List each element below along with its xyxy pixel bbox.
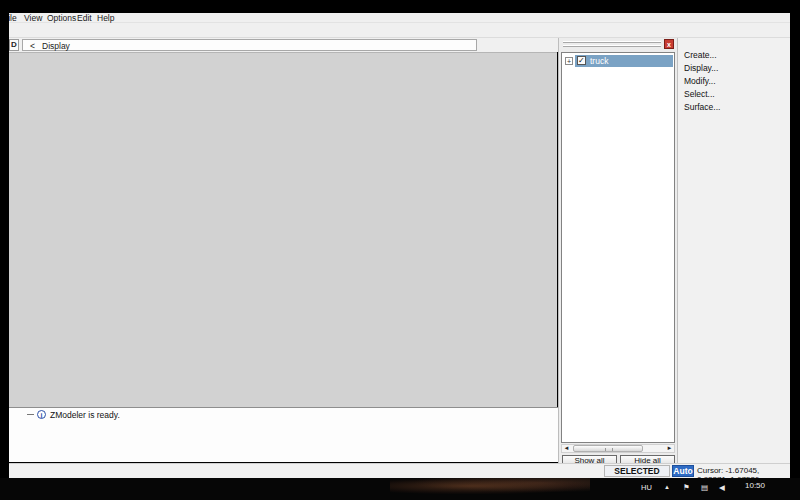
scene-tree-panel: x + truck ◄ ► Show all Hide all bbox=[558, 38, 677, 466]
tree-hscrollbar[interactable]: ◄ ► bbox=[561, 444, 675, 453]
tray-flag-icon[interactable]: ⚑ bbox=[683, 483, 690, 492]
screen: File View Options Edit Help D < Display … bbox=[0, 0, 800, 500]
clock[interactable]: 10:50 bbox=[745, 481, 765, 490]
tree-row-truck[interactable]: + truck bbox=[563, 55, 673, 67]
screen-border-left bbox=[0, 0, 9, 478]
ctx-create[interactable]: Create... bbox=[684, 50, 717, 62]
visibility-checkbox[interactable] bbox=[577, 56, 586, 65]
tree-item-label: truck bbox=[590, 56, 608, 66]
taskbar-glass-smear bbox=[390, 478, 590, 494]
status-bar: SELECTED MODE Auto Cursor: -1.67045, 0.9… bbox=[9, 463, 790, 478]
main-toolbar bbox=[9, 23, 790, 38]
menu-edit[interactable]: Edit bbox=[77, 13, 92, 23]
log-tree-dash bbox=[27, 414, 34, 415]
windows-taskbar: HU ▲ ⚑ ▤ ◀ 10:50 bbox=[0, 478, 800, 500]
menu-view[interactable]: View bbox=[24, 13, 42, 23]
mode-indicator: SELECTED MODE bbox=[604, 465, 670, 477]
scroll-right-arrow[interactable]: ► bbox=[665, 445, 674, 452]
scroll-thumb[interactable] bbox=[573, 445, 643, 452]
history-d-button[interactable]: D bbox=[9, 39, 19, 51]
ctx-surface[interactable]: Surface... bbox=[684, 102, 720, 114]
tree-panel-header[interactable]: x bbox=[559, 38, 678, 51]
ctx-modify[interactable]: Modify... bbox=[684, 76, 716, 88]
ctx-select[interactable]: Select... bbox=[684, 89, 715, 101]
context-menu-panel: Create... Display... Modify... Select...… bbox=[677, 38, 790, 466]
log-message: ZModeler is ready. bbox=[50, 410, 120, 420]
screen-border-right bbox=[790, 0, 800, 478]
tray-up-arrow-icon[interactable]: ▲ bbox=[664, 484, 670, 490]
expand-icon[interactable]: + bbox=[565, 57, 573, 65]
scene-tree[interactable]: + truck bbox=[561, 52, 675, 443]
menu-help[interactable]: Help bbox=[97, 13, 114, 23]
command-history-value: Display bbox=[42, 41, 70, 51]
menu-bar: File View Options Edit Help bbox=[9, 13, 790, 23]
viewport-3d[interactable] bbox=[9, 52, 557, 407]
language-indicator[interactable]: HU bbox=[641, 483, 652, 492]
info-icon: i bbox=[37, 410, 46, 419]
tray-volume-icon[interactable]: ◀ bbox=[719, 483, 725, 492]
back-arrow: < bbox=[30, 41, 35, 51]
menu-options[interactable]: Options bbox=[47, 13, 76, 23]
panel-gripper bbox=[563, 45, 661, 47]
scroll-left-arrow[interactable]: ◄ bbox=[562, 445, 571, 452]
screen-border-top bbox=[0, 0, 800, 7]
command-history-field[interactable]: < Display bbox=[22, 39, 477, 51]
log-panel: i ZModeler is ready. bbox=[9, 407, 558, 462]
close-panel-button[interactable]: x bbox=[664, 39, 674, 49]
ctx-display[interactable]: Display... bbox=[684, 63, 718, 75]
tray-network-icon[interactable]: ▤ bbox=[701, 483, 708, 492]
panel-gripper bbox=[563, 41, 661, 43]
auto-badge[interactable]: Auto bbox=[672, 465, 694, 477]
